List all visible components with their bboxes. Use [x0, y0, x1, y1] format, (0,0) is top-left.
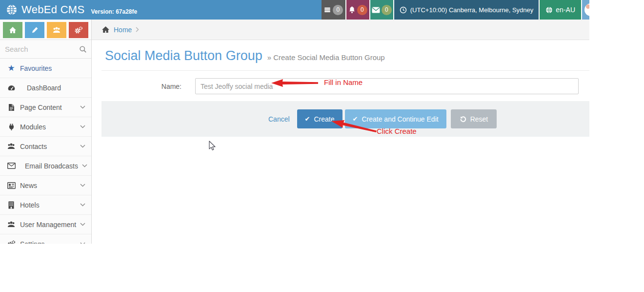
sidebar-item-email-broadcasts[interactable]: Email Broadcasts — [0, 156, 91, 176]
chevron-down-icon — [80, 203, 85, 207]
sidebar-item-hotels[interactable]: Hotels — [0, 195, 91, 215]
news-icon — [6, 182, 16, 189]
sidebar-item-label: DashBoard — [27, 84, 61, 92]
create-and-continue-button[interactable]: ✔ Create and Continue Edit — [345, 109, 446, 128]
sidebar-item-settings[interactable]: Settings — [0, 234, 91, 244]
chevron-down-icon — [80, 223, 85, 226]
avatar-photo — [586, 4, 589, 9]
quick-actions — [0, 20, 91, 40]
chevron-down-icon — [80, 145, 85, 148]
star-icon: ★ — [6, 64, 16, 72]
chevron-right-icon — [136, 27, 139, 32]
create-button-label: Create — [314, 115, 335, 123]
building-icon — [6, 201, 16, 209]
page-subtitle: » Create Social Media Button Group — [267, 53, 385, 62]
globe-icon — [545, 6, 553, 14]
page-title: Social Media Button Group — [105, 48, 262, 63]
undo-icon — [460, 116, 466, 123]
home-icon — [101, 26, 110, 33]
tasks-count-badge: 0 — [333, 5, 343, 15]
envelope-icon — [372, 7, 380, 13]
sidebar-item-contacts[interactable]: Contacts — [0, 137, 91, 156]
sidebar: ★ Favourites DashBoard Page Co — [0, 20, 92, 244]
version-label: Version: 67a28fe — [91, 8, 137, 15]
tasks-tile[interactable]: 0 — [322, 0, 345, 20]
cancel-link[interactable]: Cancel — [268, 115, 290, 123]
user-avatar[interactable] — [581, 0, 589, 20]
dashboard-icon — [6, 84, 16, 91]
timezone-label: (UTC+10:00) Canberra, Melbourne, Sydney — [410, 6, 534, 14]
sidebar-search — [0, 40, 91, 59]
chevron-down-icon — [80, 105, 85, 109]
chevron-down-icon — [80, 242, 85, 244]
clock-icon — [400, 6, 407, 14]
sidebar-item-label: Email Broadcasts — [25, 162, 78, 170]
create-button[interactable]: ✔ Create — [297, 109, 342, 128]
chevron-down-icon — [80, 184, 85, 187]
breadcrumb-home-link[interactable]: Home — [114, 26, 132, 34]
form-footer: Cancel ✔ Create ✔ Create and Continue Ed… — [101, 101, 589, 137]
messages-tile[interactable]: 0 — [369, 0, 393, 20]
locale-label: en-AU — [556, 6, 575, 14]
title-divider — [101, 70, 589, 71]
breadcrumb: Home — [92, 20, 589, 40]
quick-edit-button[interactable] — [25, 22, 44, 38]
sidebar-item-label: Page Content — [20, 104, 62, 111]
sidebar-item-page-content[interactable]: Page Content — [0, 98, 91, 117]
name-label: Name: — [101, 83, 195, 90]
sidebar-item-label: Settings — [20, 240, 45, 244]
messages-count-badge: 0 — [382, 5, 392, 15]
quick-settings-button[interactable] — [69, 22, 88, 38]
tasks-icon — [323, 6, 331, 14]
alerts-tile[interactable]: 0 — [345, 0, 369, 20]
cogs-icon — [74, 26, 83, 34]
sidebar-item-label: Contacts — [20, 143, 47, 150]
sidebar-item-user-management[interactable]: User Management — [0, 215, 91, 234]
globe-icon — [6, 4, 17, 15]
main-area: Home Social Media Button Group » Create … — [92, 20, 589, 244]
locale-selector[interactable]: en-AU — [539, 0, 581, 20]
envelope-icon — [6, 163, 16, 169]
users-icon — [6, 221, 16, 228]
sidebar-item-label: Modules — [20, 123, 46, 131]
pencil-icon — [31, 26, 39, 34]
quick-home-button[interactable] — [3, 22, 22, 38]
sidebar-item-dashboard[interactable]: DashBoard — [0, 78, 91, 98]
top-bar: WebEd CMS Version: 67a28fe 0 — [0, 0, 589, 20]
plug-icon — [6, 123, 16, 131]
sidebar-item-news[interactable]: News — [0, 176, 91, 195]
check-icon: ✔ — [305, 115, 310, 123]
brand[interactable]: WebEd CMS Version: 67a28fe — [0, 0, 137, 20]
create-and-continue-label: Create and Continue Edit — [362, 115, 438, 123]
sidebar-item-label: Favourites — [20, 64, 52, 72]
sidebar-item-label: News — [20, 182, 37, 189]
search-input[interactable] — [0, 45, 91, 53]
quick-users-button[interactable] — [47, 22, 66, 38]
users-icon — [6, 143, 16, 150]
reset-button-label: Reset — [470, 115, 488, 123]
alerts-count-badge: 0 — [357, 5, 367, 15]
name-input[interactable] — [195, 78, 579, 94]
name-form-row: Name: — [101, 78, 589, 94]
check-icon: ✔ — [353, 115, 358, 123]
sidebar-item-favourites[interactable]: ★ Favourites — [0, 59, 91, 78]
timezone-selector[interactable]: (UTC+10:00) Canberra, Melbourne, Sydney — [393, 0, 539, 20]
app-title: WebEd CMS — [21, 3, 84, 16]
reset-button[interactable]: Reset — [451, 109, 497, 128]
sidebar-item-label: User Management — [20, 221, 76, 229]
bell-icon — [348, 6, 356, 14]
sidebar-item-modules[interactable]: Modules — [0, 117, 91, 137]
app-window: WebEd CMS Version: 67a28fe 0 — [0, 0, 589, 244]
chevron-down-icon — [80, 125, 85, 128]
home-icon — [9, 26, 17, 34]
sidebar-item-label: Hotels — [20, 201, 40, 209]
search-icon[interactable] — [79, 45, 87, 53]
chevron-down-icon — [82, 164, 87, 167]
page-header: Social Media Button Group » Create Socia… — [105, 48, 589, 63]
topbar-right: 0 0 0 — [322, 0, 589, 20]
cogs-icon — [6, 240, 16, 244]
page-icon — [6, 104, 16, 111]
users-icon — [52, 26, 61, 34]
page-content: Social Media Button Group » Create Socia… — [92, 48, 589, 137]
